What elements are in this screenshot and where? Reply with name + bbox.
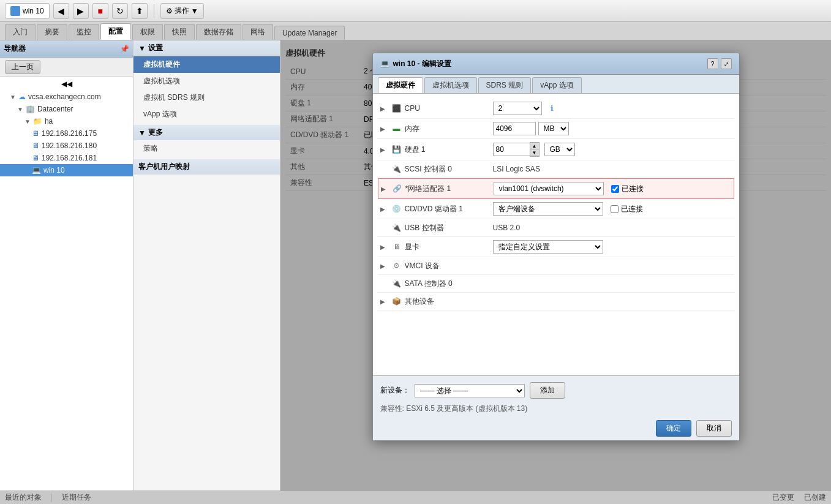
mem-unit-select[interactable]: MBGB [538,122,569,135]
sidebar-item-datacenter[interactable]: ▼ 🏢 Datacenter [0,103,133,115]
modal-help-btn[interactable]: ? [707,58,718,69]
gear-icon: ⚙ [166,7,173,15]
cd-expand-icon[interactable]: ▶ [380,206,389,213]
compat-text-row: 兼容性: ESXi 6.5 及更高版本 (虚拟机版本 13) [380,401,732,416]
vga-label-modal: 显卡 [405,242,491,252]
hdd-value-input[interactable] [493,143,530,156]
tab-summary[interactable]: 摘要 [37,24,67,40]
stop-btn[interactable]: ■ [92,3,108,19]
mem-label-modal: 内存 [405,124,491,134]
modal-title: win 10 - 编辑设置 [393,59,451,69]
ops-button[interactable]: ⚙ 操作 ▼ [160,3,204,19]
cpu-info-icon[interactable]: ℹ [551,104,554,113]
tab-intro[interactable]: 入门 [5,24,36,40]
cd-select[interactable]: 客户端设备 [493,202,603,216]
tab-perms[interactable]: 权限 [132,24,163,40]
hdd-expand-icon[interactable]: ▶ [380,146,389,153]
sidebar-item-ip2[interactable]: 🖥 192.168.216.180 [0,140,133,152]
cpu-select[interactable]: 2148 [493,102,542,115]
collapse-icon[interactable]: ◀◀ [0,77,133,91]
scsi-label-modal: SCSI 控制器 0 [405,164,491,175]
cpu-expand-icon[interactable]: ▶ [380,105,389,112]
upload-btn[interactable]: ⬆ [132,3,148,19]
datacenter-icon: 🏢 [26,105,35,113]
host-icon-2: 🖥 [32,141,39,150]
settings-policy[interactable]: 策略 [133,140,280,157]
new-device-select[interactable]: —— 选择 —— [415,384,525,397]
modal-tab-sdrs[interactable]: SDRS 规则 [478,77,532,93]
net-connected-checkbox[interactable] [611,185,619,193]
mem-input[interactable] [493,122,536,135]
modal-expand-btn[interactable]: ⤢ [721,58,732,69]
modal-vm-icon: 💻 [380,59,389,68]
settings-section-main[interactable]: ▼ 设置 [133,40,280,56]
hw-row-cdrom: ▶ 💿 CD/DVD 驱动器 1 客户端设备 已连接 [378,199,734,219]
cd-connected-checkbox[interactable] [611,205,619,213]
modal-header-actions: ? ⤢ [707,58,732,69]
vga-expand-icon[interactable]: ▶ [380,244,389,250]
refresh-btn[interactable]: ↻ [112,3,128,19]
modal-tab-hw[interactable]: 虚拟硬件 [378,77,423,93]
sidebar-item-ip3[interactable]: 🖥 192.168.216.181 [0,152,133,164]
modal-body: ▶ ⬛ CPU 2148 ℹ ▶ [373,94,739,375]
settings-vapp[interactable]: vApp 选项 [133,106,280,122]
sidebar-item-ha[interactable]: ▼ 📁 ha [0,115,133,127]
sata-label-modal: SATA 控制器 0 [405,279,491,289]
net-connected-label: 已连接 [611,184,644,194]
sidebar: 导航器 📌 上一页 ◀◀ ▼ ☁ vcsa.exchangecn.com ▼ 🏢… [0,40,133,491]
sidebar-pin-icon[interactable]: 📌 [120,45,129,53]
modal-tab-options[interactable]: 虚拟机选项 [424,77,477,93]
vm-tab[interactable]: win 10 [5,3,50,19]
vga-select[interactable]: 指定自定义设置 [493,240,603,254]
cd-connected-label: 已连接 [611,204,643,214]
ops-arrow-icon: ▼ [191,7,198,15]
cd-label-modal: CD/DVD 驱动器 1 [405,204,491,214]
back-button[interactable]: 上一页 [5,60,40,74]
vmci-label-modal: VMCI 设备 [405,261,491,271]
tab-monitor[interactable]: 监控 [69,24,99,40]
settings-vm-options[interactable]: 虚拟机选项 [133,73,280,89]
modal-header: 💻 win 10 - 编辑设置 ? ⤢ [373,53,739,75]
vga-icon: 🖥 [391,241,402,252]
modal-tab-vapp[interactable]: vApp 选项 [532,77,582,93]
mem-expand-icon[interactable]: ▶ [380,126,389,132]
vmci-expand-icon[interactable]: ▶ [380,263,389,269]
sidebar-label-datacenter: Datacenter [37,105,73,113]
add-device-button[interactable]: 添加 [530,382,565,399]
ok-button[interactable]: 确定 [656,420,691,437]
settings-client-label: 客户机用户映射 [138,162,190,172]
next-btn[interactable]: ▶ [73,3,89,19]
sidebar-item-vcsa[interactable]: ▼ ☁ vcsa.exchangecn.com [0,91,133,103]
cancel-button[interactable]: 取消 [696,420,732,437]
net-select[interactable]: vlan1001 (dvswitch) [494,182,604,195]
hdd-spin-up[interactable]: ▲ [530,143,539,149]
tab-network[interactable]: 网络 [243,24,273,40]
other-expand-icon[interactable]: ▶ [380,298,389,305]
hdd-spin-btns: ▲ ▼ [530,142,540,157]
modal-title-area: 💻 win 10 - 编辑设置 [380,59,451,69]
modal-dialog: 💻 win 10 - 编辑设置 ? ⤢ 虚拟硬件 虚拟机选项 [372,53,740,441]
new-device-row: 新设备： —— 选择 —— 添加 [380,380,732,401]
net-expand-icon[interactable]: ▶ [381,186,389,192]
hw-row-sata: ▶ 🔌 SATA 控制器 0 [378,275,734,293]
vm-tab-label: win 10 [23,7,44,15]
hdd-unit-select[interactable]: GBMBTB [544,143,575,156]
settings-more-label: 更多 [148,127,163,138]
tab-snapshot[interactable]: 快照 [164,24,195,40]
tab-update[interactable]: Update Manager [274,26,345,40]
settings-vm-hardware[interactable]: 虚拟机硬件 [133,56,280,73]
sidebar-label-ip2: 192.168.216.180 [42,141,97,150]
sidebar-item-win10[interactable]: 💻 win 10 [0,164,133,176]
prev-btn[interactable]: ◀ [53,3,69,19]
settings-vm-sdrs[interactable]: 虚拟机 SDRS 规则 [133,89,280,106]
usb-icon: 🔌 [391,222,402,233]
scsi-value: LSI Logic SAS [493,165,732,173]
sidebar-item-ip1[interactable]: 🖥 192.168.216.175 [0,127,133,140]
modal-tabs: 虚拟硬件 虚拟机选项 SDRS 规则 vApp 选项 [373,75,739,94]
main-layout: 导航器 📌 上一页 ◀◀ ▼ ☁ vcsa.exchangecn.com ▼ 🏢… [0,40,831,491]
tab-datastore[interactable]: 数据存储 [196,24,241,40]
hw-row-cpu: ▶ ⬛ CPU 2148 ℹ [378,99,734,119]
tab-config[interactable]: 配置 [100,23,131,40]
hdd-spin-down[interactable]: ▼ [530,149,539,156]
modal-overlay: 💻 win 10 - 编辑设置 ? ⤢ 虚拟硬件 虚拟机选项 [280,40,831,491]
